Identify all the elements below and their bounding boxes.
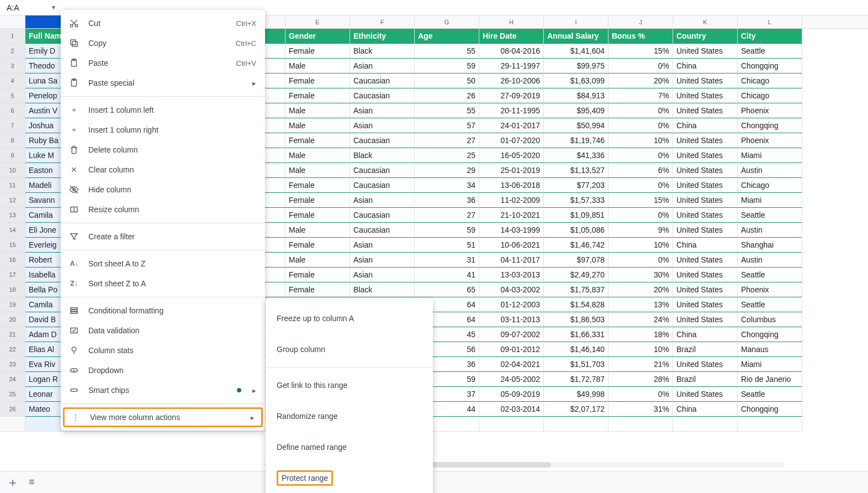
cell[interactable]: 16-05-2020	[479, 148, 544, 163]
cell[interactable]: Chongqing	[738, 327, 802, 342]
cell[interactable]: 59	[415, 223, 479, 238]
cell[interactable]: 26-10-2006	[479, 74, 544, 88]
cell[interactable]: 05-09-2019	[479, 387, 544, 402]
cell[interactable]: United States	[673, 148, 738, 163]
cell[interactable]: 6%	[608, 163, 673, 178]
cell[interactable]: 7%	[608, 88, 673, 103]
menu-create-filter[interactable]: Create a filter	[61, 227, 265, 246]
cell[interactable]: $1,54,828	[544, 297, 608, 312]
cell[interactable]: Caucasian	[350, 163, 415, 178]
menu-cut[interactable]: Cut Ctrl+X	[61, 13, 265, 33]
header-cell[interactable]: Age	[415, 29, 479, 44]
cell[interactable]: 09-01-2012	[479, 342, 544, 357]
cell[interactable]: Male	[285, 103, 350, 118]
cell[interactable]: Asian	[350, 268, 415, 282]
cell[interactable]: Black	[350, 44, 415, 59]
column-header-k[interactable]: K	[673, 15, 738, 28]
cell[interactable]: United States	[673, 357, 738, 372]
row-header[interactable]: 13	[0, 208, 25, 223]
row-header[interactable]: 7	[0, 118, 25, 133]
header-cell[interactable]: Ethnicity	[350, 29, 415, 44]
cell[interactable]: Male	[285, 253, 350, 268]
row-header[interactable]: 4	[0, 74, 25, 88]
menu-copy[interactable]: Copy Ctrl+C	[61, 33, 265, 53]
cell[interactable]: 04-03-2002	[479, 282, 544, 297]
row-header[interactable]: 20	[0, 312, 25, 327]
cell[interactable]: 41	[415, 268, 479, 282]
menu-sort-az[interactable]: A↓ Sort sheet A to Z	[61, 254, 265, 274]
row-header[interactable]: 19	[0, 297, 25, 312]
header-cell[interactable]: Gender	[285, 29, 350, 44]
row-header[interactable]: 11	[0, 178, 25, 193]
row-header[interactable]: 10	[0, 163, 25, 178]
cell[interactable]: Brazil	[673, 342, 738, 357]
row-header[interactable]: 5	[0, 88, 25, 103]
cell[interactable]: 15%	[608, 44, 673, 59]
cell[interactable]: 04-11-2017	[479, 253, 544, 268]
cell[interactable]: 0%	[608, 253, 673, 268]
row-header[interactable]: 8	[0, 133, 25, 148]
cell[interactable]: China	[673, 327, 738, 342]
cell[interactable]: Chongqing	[738, 59, 802, 74]
cell[interactable]: Asian	[350, 59, 415, 74]
cell[interactable]: 13-06-2018	[479, 178, 544, 193]
cell[interactable]: Seattle	[738, 44, 802, 59]
cell[interactable]: 03-11-2013	[479, 312, 544, 327]
cell[interactable]: 13-03-2013	[479, 268, 544, 282]
cell[interactable]: Miami	[738, 193, 802, 208]
cell[interactable]: Asian	[350, 118, 415, 133]
cell[interactable]: Caucasian	[350, 88, 415, 103]
row-header[interactable]: 9	[0, 148, 25, 163]
cell[interactable]: 31%	[608, 402, 673, 417]
cell[interactable]: 27	[415, 133, 479, 148]
cell[interactable]: Miami	[738, 357, 802, 372]
cell[interactable]: Seattle	[738, 268, 802, 282]
row-header[interactable]: 23	[0, 357, 25, 372]
cell[interactable]: Female	[285, 208, 350, 223]
cell[interactable]: United States	[673, 223, 738, 238]
cell[interactable]: 55	[415, 44, 479, 59]
cell[interactable]: 15%	[608, 193, 673, 208]
row-header[interactable]: 1	[0, 29, 25, 44]
menu-view-more-column-actions[interactable]: ⋮ View more column actions ▸	[63, 407, 263, 427]
cell[interactable]: China	[673, 118, 738, 133]
cell[interactable]: $49,998	[544, 387, 608, 402]
cell[interactable]: Brazil	[673, 372, 738, 387]
cell[interactable]: United States	[673, 178, 738, 193]
cell[interactable]: Asian	[350, 253, 415, 268]
cell[interactable]: 20%	[608, 74, 673, 88]
cell[interactable]	[608, 417, 673, 432]
add-sheet-button[interactable]: ＋	[7, 474, 19, 491]
header-cell[interactable]: Bonus %	[608, 29, 673, 44]
cell[interactable]: 36	[415, 193, 479, 208]
row-header[interactable]: 22	[0, 342, 25, 357]
cell[interactable]: $1,13,527	[544, 163, 608, 178]
cell[interactable]: $99,975	[544, 59, 608, 74]
cell[interactable]	[738, 417, 802, 432]
cell[interactable]: 01-12-2003	[479, 297, 544, 312]
cell[interactable]: Rio de Janerio	[738, 372, 802, 387]
cell[interactable]: United States	[673, 312, 738, 327]
cell[interactable]: 57	[415, 118, 479, 133]
cell[interactable]: 24-05-2002	[479, 372, 544, 387]
cell[interactable]: 10%	[608, 133, 673, 148]
cell[interactable]: United States	[673, 282, 738, 297]
cell[interactable]: Asian	[350, 103, 415, 118]
cell[interactable]: United States	[673, 103, 738, 118]
cell[interactable]: United States	[673, 88, 738, 103]
cell[interactable]: $1,86,503	[544, 312, 608, 327]
cell[interactable]: $97,078	[544, 253, 608, 268]
submenu-randomize[interactable]: Randomize range	[266, 401, 433, 432]
cell[interactable]: Phoenix	[738, 103, 802, 118]
cell[interactable]: Austin	[738, 223, 802, 238]
cell[interactable]: Miami	[738, 148, 802, 163]
cell[interactable]: Manaus	[738, 342, 802, 357]
cell[interactable]: Seattle	[738, 208, 802, 223]
cell[interactable]: Male	[285, 118, 350, 133]
cell[interactable]: Male	[285, 163, 350, 178]
cell[interactable]: United States	[673, 297, 738, 312]
cell[interactable]: Female	[285, 282, 350, 297]
cell[interactable]: United States	[673, 253, 738, 268]
cell[interactable]: 0%	[608, 208, 673, 223]
submenu-group[interactable]: Group column	[266, 334, 433, 365]
